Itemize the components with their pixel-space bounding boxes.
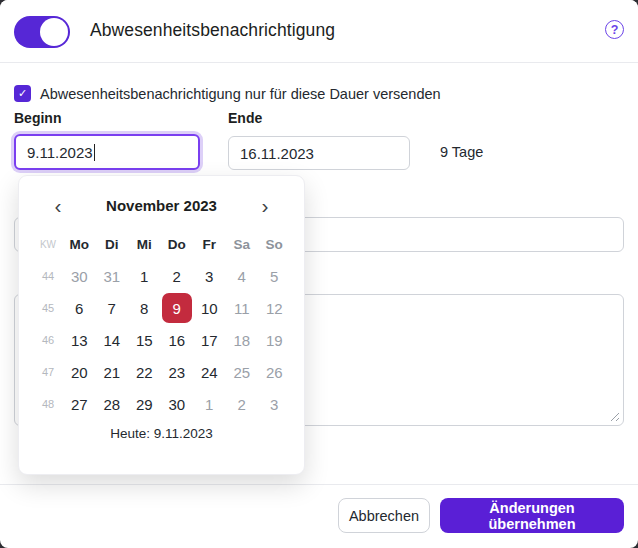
calendar-day[interactable]: 6 (63, 292, 96, 324)
calendar-day[interactable]: 15 (128, 324, 161, 356)
calendar-day[interactable]: 12 (258, 292, 291, 324)
duration-checkbox-label[interactable]: Abwesenheitsbenachrichtigung nur für die… (40, 86, 441, 102)
calendar-day[interactable]: 25 (226, 356, 259, 388)
calendar-day[interactable]: 14 (96, 324, 129, 356)
screenshot-stage: Abwesenheitsbenachrichtigung ? ✓ Abwesen… (0, 0, 638, 548)
submit-button[interactable]: Änderungen übernehmen (440, 498, 624, 533)
date-picker-popup: ‹ November 2023 › KWMoDiMiDoFrSaSo443031… (18, 175, 305, 475)
calendar-grid: KWMoDiMiDoFrSaSo443031123454567891011124… (33, 228, 290, 420)
resize-handle-icon[interactable] (609, 411, 620, 422)
calendar-month-label: November 2023 (106, 197, 217, 214)
begin-label: Beginn (14, 110, 61, 126)
cancel-button[interactable]: Abbrechen (338, 498, 430, 533)
week-number: 47 (33, 356, 63, 388)
calendar-day[interactable]: 2 (161, 260, 194, 292)
calendar-col-header: Fr (193, 228, 226, 260)
calendar-day[interactable]: 13 (63, 324, 96, 356)
out-of-office-dialog: Abwesenheitsbenachrichtigung ? ✓ Abwesen… (0, 0, 638, 548)
calendar-day[interactable]: 7 (96, 292, 129, 324)
calendar-day[interactable]: 3 (193, 260, 226, 292)
calendar-day[interactable]: 29 (128, 388, 161, 420)
week-number: 44 (33, 260, 63, 292)
calendar-day[interactable]: 30 (161, 388, 194, 420)
calendar-day[interactable]: 1 (128, 260, 161, 292)
calendar-day[interactable]: 4 (226, 260, 259, 292)
calendar-day[interactable]: 31 (96, 260, 129, 292)
duration-days-text: 9 Tage (440, 144, 483, 160)
calendar-col-header: KW (33, 228, 63, 260)
duration-checkbox-row: ✓ Abwesenheitsbenachrichtigung nur für d… (14, 85, 441, 102)
calendar-day[interactable]: 22 (128, 356, 161, 388)
calendar-day[interactable]: 19 (258, 324, 291, 356)
dialog-title: Abwesenheitsbenachrichtigung (90, 20, 335, 41)
help-icon[interactable]: ? (605, 20, 624, 39)
chevron-left-icon[interactable]: ‹ (47, 194, 69, 216)
calendar-col-header: Di (96, 228, 129, 260)
begin-date-input[interactable]: 9.11.2023 (14, 134, 200, 170)
calendar-day[interactable]: 24 (193, 356, 226, 388)
calendar-col-header: Do (161, 228, 194, 260)
week-number: 46 (33, 324, 63, 356)
calendar-today-link[interactable]: Heute: 9.11.2023 (33, 426, 290, 441)
calendar-col-header: Sa (226, 228, 259, 260)
duration-checkbox[interactable]: ✓ (14, 85, 31, 102)
week-number: 45 (33, 292, 63, 324)
footer-divider (0, 484, 638, 485)
week-number: 48 (33, 388, 63, 420)
end-date-value: 16.11.2023 (240, 145, 314, 162)
dialog-header: Abwesenheitsbenachrichtigung ? (0, 0, 638, 62)
calendar-col-header: Mi (128, 228, 161, 260)
calendar-day-selected[interactable]: 9 (161, 292, 194, 324)
calendar-day[interactable]: 10 (193, 292, 226, 324)
calendar-day[interactable]: 16 (161, 324, 194, 356)
calendar-day[interactable]: 8 (128, 292, 161, 324)
calendar-day[interactable]: 26 (258, 356, 291, 388)
absence-toggle[interactable] (14, 16, 70, 48)
begin-date-value: 9.11.2023 (27, 144, 93, 161)
calendar-day[interactable]: 5 (258, 260, 291, 292)
calendar-day[interactable]: 2 (226, 388, 259, 420)
calendar-day[interactable]: 17 (193, 324, 226, 356)
calendar-col-header: Mo (63, 228, 96, 260)
calendar-day[interactable]: 28 (96, 388, 129, 420)
calendar-day[interactable]: 21 (96, 356, 129, 388)
text-caret (94, 144, 95, 161)
calendar-day[interactable]: 3 (258, 388, 291, 420)
calendar-day[interactable]: 11 (226, 292, 259, 324)
calendar-day[interactable]: 27 (63, 388, 96, 420)
end-label: Ende (228, 110, 262, 126)
calendar-day[interactable]: 1 (193, 388, 226, 420)
chevron-right-icon[interactable]: › (254, 194, 276, 216)
calendar-col-header: So (258, 228, 291, 260)
calendar-day[interactable]: 18 (226, 324, 259, 356)
header-divider (0, 62, 638, 63)
toggle-knob-icon (40, 18, 68, 46)
calendar-day[interactable]: 20 (63, 356, 96, 388)
end-date-input[interactable]: 16.11.2023 (228, 136, 410, 170)
calendar-day[interactable]: 23 (161, 356, 194, 388)
calendar-header: ‹ November 2023 › (33, 192, 290, 218)
calendar-day[interactable]: 30 (63, 260, 96, 292)
